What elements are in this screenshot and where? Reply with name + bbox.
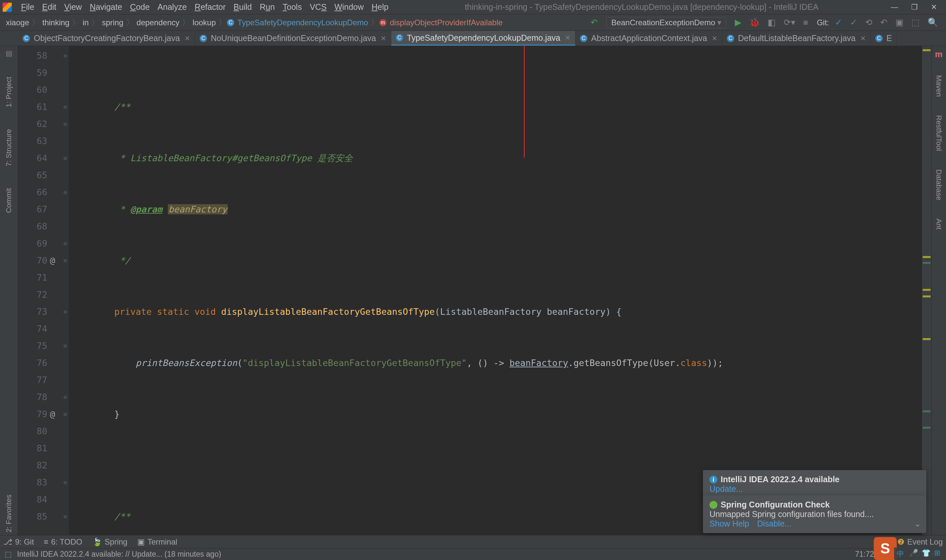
breadcrumb-class[interactable]: TypeSafetyDependencyLookupDemo [236,18,370,27]
right-toolwindow-bar: m Maven RestfulTool Database Ant [931,46,946,535]
tab[interactable]: CE [871,31,897,46]
tray-icon[interactable]: 🎤 [909,549,918,558]
class-icon: C [396,34,403,42]
breadcrumb-method[interactable]: displayObjectProviderIfAvailable [388,18,505,27]
tab-active[interactable]: CTypeSafetyDependencyLookupDemo.java✕ [391,31,575,46]
tool-terminal[interactable]: ▣ Terminal [137,537,177,546]
show-help-link[interactable]: Show Help [710,519,749,528]
run-config-selector[interactable]: BeanCreationExceptionDemo [606,17,726,28]
right-margin-line [524,46,525,158]
menu-tools[interactable]: Tools [279,1,306,13]
menu-run[interactable]: Run [256,1,279,13]
disable-link[interactable]: Disable... [757,519,791,528]
notification-update[interactable]: iIntelliJ IDEA 2022.2.4 available Update… [703,470,926,498]
run-button[interactable]: ▶ [731,17,745,28]
chevron-down-icon[interactable]: ⌄ [914,519,921,528]
status-message[interactable]: IntelliJ IDEA 2022.2.4 available: // Upd… [12,550,226,559]
tool-restful[interactable]: RestfulTool [935,112,943,154]
menu-window[interactable]: Window [330,1,368,13]
project-icon[interactable]: ▤ [6,49,12,58]
menu-file[interactable]: File [17,1,38,13]
tool-database[interactable]: Database [935,167,943,203]
class-icon: C [23,35,30,42]
close-icon[interactable]: ✕ [565,34,570,42]
tab[interactable]: CAbstractApplicationContext.java✕ [575,31,722,46]
breadcrumb[interactable]: dependency [135,18,182,27]
coverage-button[interactable]: ◧ [764,17,780,28]
class-icon: C [580,35,587,42]
menu-build[interactable]: Build [230,1,256,13]
tool-maven[interactable]: Maven [935,72,943,100]
menu-bar: File Edit View Navigate Code Analyze Ref… [0,0,946,14]
status-bar: ⬚ IntelliJ IDEA 2022.2.4 available: // U… [0,548,946,560]
menu-edit[interactable]: Edit [38,1,60,13]
tool-ant[interactable]: Ant [935,216,943,232]
ide-button[interactable]: ▣ [892,17,907,28]
stop-button[interactable]: ■ [799,17,812,28]
maximize-button[interactable]: ❐ [911,3,918,11]
tab[interactable]: CObjectFactoryCreatingFactoryBean.java✕ [18,31,195,46]
git-update-icon[interactable]: ✓ [831,17,846,28]
annotation-icon: @ [50,252,55,269]
editor-scrollbar[interactable] [922,46,931,535]
debug-button[interactable]: 🐞 [745,17,764,28]
tool-structure[interactable]: 7: Structure [5,126,13,169]
class-icon: C [227,19,234,26]
tool-project[interactable]: 1: Project [5,74,13,110]
status-icon[interactable]: ⬚ [5,550,12,559]
spring-icon [710,501,717,509]
breadcrumb[interactable]: thinking [40,18,72,27]
breadcrumb[interactable]: spring [100,18,125,27]
tray-icon[interactable]: 👕 [922,549,931,558]
gutter[interactable]: 58⊖ 59 60 61⊖ 62⊖ 63 64⊖ 65 66⊖ 67 68 69… [18,46,69,535]
git-commit-icon[interactable]: ✓ [846,17,861,28]
settings-icon[interactable]: ⬚ [907,17,924,28]
search-icon[interactable]: 🔍 [924,17,942,28]
tool-favorites[interactable]: 2: Favorites [5,492,13,535]
bottom-toolwindow-bar: ⎇ 9: Git ≡ 6: TODO 🍃 Spring ▣ Terminal ❷… [0,535,946,548]
git-revert-icon[interactable]: ↶ [877,17,892,28]
breadcrumb[interactable]: in [80,18,91,27]
close-button[interactable]: ✕ [931,3,937,11]
menu-vcs[interactable]: VCS [306,1,330,13]
tray-icons: 中 🎤 👕 ⊞ [894,548,946,559]
tray-icon[interactable]: ⊞ [934,549,943,558]
breadcrumb[interactable]: lookup [191,18,218,27]
breadcrumb[interactable]: xiaoge [4,18,31,27]
class-icon: C [200,35,207,42]
editor-tabs: CObjectFactoryCreatingFactoryBean.java✕ … [0,31,946,46]
code-editor[interactable]: /** * ListableBeanFactory#getBeansOfType… [69,46,922,535]
close-icon[interactable]: ✕ [860,34,866,42]
notification-spring[interactable]: Spring Configuration Check Unmapped Spri… [703,495,926,533]
left-toolwindow-bar: ▤ 1: Project 7: Structure Commit 2: Favo… [0,46,18,535]
menu-view[interactable]: View [60,1,86,13]
menu-code[interactable]: Code [126,1,154,13]
profiler-button[interactable]: ⟳▾ [780,17,799,28]
close-icon[interactable]: ✕ [381,34,386,42]
menu-navigate[interactable]: Navigate [86,1,126,13]
menu-refactor[interactable]: Refactor [191,1,230,13]
git-label: Git: [812,18,831,27]
maven-m-icon: m [935,49,942,59]
close-icon[interactable]: ✕ [185,34,190,42]
minimize-button[interactable]: ― [891,3,898,11]
app-logo [3,3,12,12]
close-icon[interactable]: ✕ [712,34,717,42]
ime-indicator[interactable]: S [874,537,897,560]
git-history-icon[interactable]: ⟲ [861,17,877,28]
class-icon: C [727,35,734,42]
tool-git[interactable]: ⎇ 9: Git [3,537,34,546]
tool-spring[interactable]: 🍃 Spring [92,537,128,546]
menu-analyze[interactable]: Analyze [154,1,191,13]
method-icon: m [379,19,387,26]
tool-commit[interactable]: Commit [5,185,13,216]
tool-todo[interactable]: ≡ 6: TODO [44,537,82,546]
nav-toolbar: xiaoge〉 thinking〉 in〉 spring〉 dependency… [0,14,946,31]
event-log[interactable]: ❷ Event Log [897,537,943,546]
tab[interactable]: CDefaultListableBeanFactory.java✕ [722,31,871,46]
tab[interactable]: CNoUniqueBeanDefinitionExceptionDemo.jav… [195,31,391,46]
update-link[interactable]: Update... [710,484,743,493]
tray-icon[interactable]: 中 [897,549,906,558]
back-icon[interactable]: ↶ [587,17,602,28]
menu-help[interactable]: Help [368,1,392,13]
